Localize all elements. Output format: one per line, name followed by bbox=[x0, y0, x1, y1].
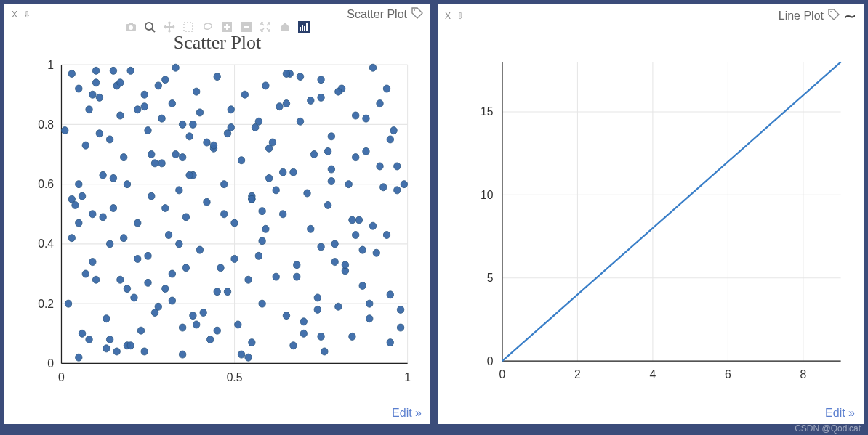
svg-point-93 bbox=[204, 198, 210, 206]
close-icon[interactable]: X bbox=[445, 11, 451, 21]
svg-point-190 bbox=[76, 219, 82, 227]
panel-label: Line Plot bbox=[779, 9, 824, 23]
svg-point-149 bbox=[383, 232, 390, 239]
svg-point-155 bbox=[127, 342, 134, 349]
svg-point-216 bbox=[297, 73, 303, 81]
tag-icon[interactable] bbox=[828, 9, 840, 23]
line-glyph-icon[interactable]: ∼ bbox=[844, 7, 856, 25]
svg-point-201 bbox=[117, 79, 124, 86]
svg-point-163 bbox=[110, 174, 116, 182]
svg-rect-11 bbox=[302, 25, 303, 31]
svg-point-166 bbox=[214, 327, 220, 334]
svg-point-156 bbox=[162, 205, 169, 212]
svg-point-115 bbox=[273, 273, 279, 280]
svg-point-103 bbox=[238, 157, 244, 164]
svg-point-97 bbox=[217, 264, 224, 272]
watermark: CSDN @Qodicat bbox=[795, 423, 861, 434]
tag-icon[interactable] bbox=[411, 7, 423, 22]
scatter-chart[interactable]: 00.20.40.60.8100.51 bbox=[4, 57, 430, 404]
svg-point-147 bbox=[377, 100, 383, 107]
svg-point-124 bbox=[304, 190, 310, 197]
svg-point-128 bbox=[318, 94, 324, 101]
svg-point-47 bbox=[92, 67, 99, 74]
svg-point-102 bbox=[235, 321, 241, 328]
svg-rect-13 bbox=[306, 23, 308, 31]
svg-point-204 bbox=[221, 211, 228, 218]
svg-point-197 bbox=[318, 333, 324, 340]
svg-point-157 bbox=[196, 109, 203, 116]
svg-point-90 bbox=[196, 246, 203, 253]
svg-point-205 bbox=[255, 118, 262, 125]
svg-point-217 bbox=[331, 259, 338, 266]
svg-text:2: 2 bbox=[574, 368, 581, 381]
svg-point-63 bbox=[127, 67, 134, 74]
svg-point-135 bbox=[328, 166, 334, 173]
svg-point-118 bbox=[283, 312, 289, 320]
line-chart[interactable]: 05101502468 bbox=[438, 46, 864, 404]
svg-point-142 bbox=[359, 282, 366, 289]
svg-point-0 bbox=[414, 9, 415, 11]
svg-point-75 bbox=[158, 115, 165, 122]
svg-point-212 bbox=[158, 160, 165, 167]
svg-rect-12 bbox=[304, 26, 305, 31]
edit-link[interactable]: Edit » bbox=[4, 404, 430, 424]
panel-header: X ⇩ Line Plot ∼ bbox=[438, 4, 864, 25]
svg-point-214 bbox=[228, 123, 234, 131]
svg-point-41 bbox=[79, 330, 85, 337]
edit-link[interactable]: Edit » bbox=[438, 404, 864, 424]
svg-point-64 bbox=[131, 294, 137, 301]
panel-label: Scatter Plot bbox=[347, 8, 407, 21]
svg-point-83 bbox=[172, 64, 179, 71]
svg-point-143 bbox=[363, 147, 369, 155]
pin-icon[interactable]: ⇩ bbox=[23, 9, 31, 20]
svg-point-162 bbox=[369, 222, 376, 229]
svg-point-39 bbox=[68, 235, 75, 242]
svg-point-76 bbox=[162, 76, 169, 84]
svg-point-198 bbox=[352, 232, 358, 239]
svg-point-123 bbox=[300, 330, 307, 337]
svg-point-36 bbox=[65, 300, 71, 307]
svg-point-144 bbox=[366, 315, 373, 322]
svg-point-180 bbox=[377, 163, 383, 170]
svg-point-120 bbox=[290, 168, 297, 176]
svg-text:10: 10 bbox=[481, 189, 494, 201]
svg-point-110 bbox=[262, 82, 269, 89]
svg-text:0.6: 0.6 bbox=[38, 177, 54, 191]
svg-point-50 bbox=[92, 276, 99, 283]
svg-point-210 bbox=[89, 91, 96, 98]
svg-point-94 bbox=[207, 336, 214, 343]
pin-icon[interactable]: ⇩ bbox=[457, 11, 464, 21]
svg-point-113 bbox=[259, 237, 265, 245]
svg-text:0: 0 bbox=[47, 357, 54, 370]
svg-point-133 bbox=[335, 303, 342, 310]
svg-point-139 bbox=[349, 333, 355, 340]
svg-point-52 bbox=[103, 345, 110, 352]
svg-text:1: 1 bbox=[404, 370, 411, 383]
svg-point-225 bbox=[245, 276, 252, 283]
svg-point-37 bbox=[76, 354, 82, 361]
svg-point-229 bbox=[383, 85, 390, 92]
svg-point-101 bbox=[231, 219, 238, 227]
svg-text:0.2: 0.2 bbox=[38, 296, 54, 310]
svg-point-34 bbox=[68, 70, 75, 77]
close-icon[interactable]: X bbox=[12, 9, 17, 20]
svg-point-62 bbox=[117, 112, 124, 119]
line-panel: X ⇩ Line Plot ∼ 05101502468 Edit » bbox=[438, 4, 864, 424]
svg-point-169 bbox=[318, 243, 324, 251]
svg-point-91 bbox=[200, 309, 206, 316]
svg-point-145 bbox=[369, 64, 376, 71]
svg-point-193 bbox=[179, 154, 185, 161]
svg-point-206 bbox=[290, 342, 297, 349]
svg-point-154 bbox=[92, 79, 99, 86]
svg-point-224 bbox=[210, 142, 217, 149]
svg-point-54 bbox=[106, 136, 113, 143]
svg-point-146 bbox=[373, 249, 379, 256]
svg-point-98 bbox=[221, 181, 228, 188]
svg-point-173 bbox=[134, 106, 141, 113]
svg-point-99 bbox=[224, 288, 230, 296]
svg-point-127 bbox=[314, 294, 321, 301]
svg-point-215 bbox=[262, 225, 269, 232]
svg-point-81 bbox=[179, 324, 185, 331]
svg-point-111 bbox=[265, 174, 272, 182]
svg-point-211 bbox=[124, 285, 130, 293]
